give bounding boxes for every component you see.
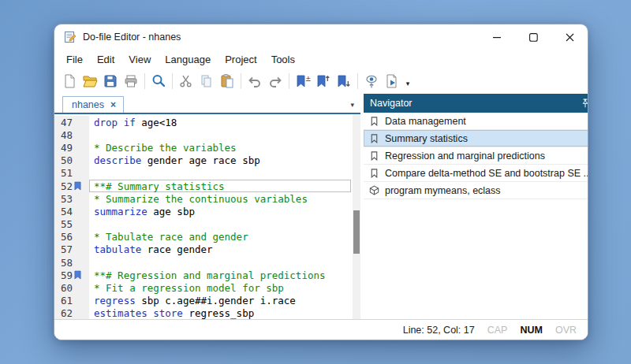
code-line[interactable]: 55	[54, 218, 353, 231]
svg-text:±: ±	[305, 75, 311, 83]
navigator-item[interactable]: Regression and marginal predictions	[364, 147, 588, 165]
code-line-text	[89, 167, 351, 180]
line-number-gutter: 59	[54, 269, 89, 281]
titlebar: Do-file Editor - nhanes	[54, 24, 588, 50]
line-number: 47	[54, 117, 72, 128]
code-line-text: * Describe the variables	[89, 141, 351, 154]
execute-do-menu-button[interactable]: ▾	[402, 71, 413, 91]
previous-bookmark-button[interactable]	[313, 71, 334, 91]
redo-button[interactable]	[265, 71, 286, 91]
code-line-text: tabulate race gender	[89, 243, 351, 256]
new-do-file-icon	[62, 73, 77, 89]
print-button[interactable]	[121, 71, 141, 91]
new-do-file-button[interactable]	[59, 71, 80, 91]
code-line[interactable]: 47drop if age<18	[54, 116, 353, 128]
navigator-item[interactable]: program mymeans, eclass	[364, 182, 588, 199]
line-number-gutter: 54	[54, 205, 89, 217]
code-line[interactable]: 62estimates store regress_sbp	[54, 307, 353, 320]
undo-button[interactable]	[245, 71, 265, 91]
line-number-gutter: 48	[54, 128, 89, 141]
maximize-button[interactable]	[515, 24, 551, 50]
editor-pane: nhanes × ▾ 47drop if age<184849* Describ…	[54, 94, 360, 319]
line-number: 55	[54, 218, 72, 230]
line-number-gutter: 52	[54, 180, 89, 192]
open-do-file-icon	[82, 73, 98, 89]
code-line-text: **# Regression and marginal predictions	[89, 269, 351, 281]
line-number: 48	[54, 129, 72, 141]
bookmark-flag-icon	[74, 181, 81, 191]
code-line-text: drop if age<18	[89, 116, 351, 128]
code-editor[interactable]: 47drop if age<184849* Describe the varia…	[54, 114, 360, 319]
tab-nhanes[interactable]: nhanes ×	[62, 96, 124, 113]
tab-list-dropdown-icon[interactable]: ▾	[350, 101, 354, 113]
copy-button[interactable]	[196, 71, 217, 91]
code-line[interactable]: 61regress sbp c.age##i.gender i.race	[54, 295, 353, 307]
line-number: 53	[54, 193, 72, 205]
close-button[interactable]	[551, 24, 588, 50]
code-line[interactable]: 51	[54, 167, 353, 180]
toggle-bookmark-icon: ±	[295, 73, 311, 89]
execute-do-button[interactable]	[382, 71, 402, 91]
navigator-item[interactable]: Compare delta-method SE and bootstrap SE…	[364, 165, 588, 182]
code-line[interactable]: 52**# Summary statistics	[54, 180, 353, 192]
find-button[interactable]	[148, 71, 169, 91]
navigator-list: Data managementSummary statisticsRegress…	[364, 113, 588, 319]
menu-edit[interactable]: Edit	[90, 51, 121, 68]
toolbar-separator	[172, 73, 173, 89]
next-bookmark-button[interactable]	[334, 71, 354, 91]
code-line[interactable]: 49* Describe the variables	[54, 141, 353, 154]
editor-scrollbar[interactable]	[353, 114, 360, 319]
code-line[interactable]: 59**# Regression and marginal prediction…	[54, 269, 353, 281]
toolbar: ±▾	[54, 69, 588, 94]
menu-language[interactable]: Language	[158, 51, 218, 68]
code-line-text	[89, 218, 351, 231]
line-number-gutter: 50	[54, 154, 89, 167]
bookmark-outline-icon	[369, 133, 379, 143]
code-line[interactable]: 54summarize age sbp	[54, 205, 353, 217]
minimize-button[interactable]	[479, 24, 515, 50]
pin-icon[interactable]	[580, 98, 588, 109]
navigator-title: Navigator	[370, 98, 413, 109]
menu-file[interactable]: File	[59, 51, 90, 68]
line-number: 57	[54, 243, 72, 255]
navigator-item-label: Data management	[385, 116, 466, 127]
preview-button[interactable]	[361, 71, 382, 91]
toolbar-separator	[357, 73, 358, 89]
paste-button[interactable]	[217, 71, 237, 91]
tab-close-icon[interactable]: ×	[110, 100, 116, 110]
cut-icon	[178, 73, 194, 89]
execute-do-icon	[384, 73, 400, 89]
tab-strip: nhanes × ▾	[54, 94, 360, 114]
navigator-item[interactable]: Summary statistics	[364, 130, 588, 147]
line-number-gutter: 60	[54, 281, 89, 294]
line-number-gutter: 53	[54, 192, 89, 205]
code-line[interactable]: 57tabulate race gender	[54, 243, 353, 256]
menu-tools[interactable]: Tools	[264, 51, 302, 68]
menu-project[interactable]: Project	[218, 51, 263, 68]
line-number-gutter: 56	[54, 231, 89, 243]
menu-view[interactable]: View	[121, 51, 158, 68]
scrollbar-thumb[interactable]	[353, 210, 360, 254]
code-line-text: * Tabulate race and gender	[89, 231, 351, 243]
save-button[interactable]	[100, 71, 121, 91]
line-number-gutter: 58	[54, 256, 89, 269]
cut-button[interactable]	[176, 71, 196, 91]
code-line[interactable]: 50describe gender age race sbp	[54, 154, 353, 167]
code-line[interactable]: 58	[54, 256, 353, 269]
code-line[interactable]: 53* Summarize the continuous variables	[54, 192, 353, 205]
program-cube-icon	[369, 185, 379, 195]
line-number: 51	[54, 167, 72, 179]
navigator-item[interactable]: Data management	[364, 113, 588, 130]
code-line[interactable]: 60* Fit a regression model for sbp	[54, 281, 353, 294]
undo-icon	[247, 73, 263, 89]
toggle-bookmark-button[interactable]: ±	[293, 71, 313, 91]
line-number: 59	[54, 269, 72, 281]
code-line[interactable]: 48	[54, 128, 353, 141]
open-do-file-button[interactable]	[80, 71, 100, 91]
code-line-text: regress sbp c.age##i.gender i.race	[89, 295, 351, 307]
line-number: 58	[54, 257, 72, 269]
code-line[interactable]: 56* Tabulate race and gender	[54, 231, 353, 243]
toolbar-separator	[241, 73, 241, 89]
toolbar-separator	[289, 73, 289, 89]
do-file-editor-window: Do-file Editor - nhanes FileEditViewLang…	[54, 24, 588, 340]
